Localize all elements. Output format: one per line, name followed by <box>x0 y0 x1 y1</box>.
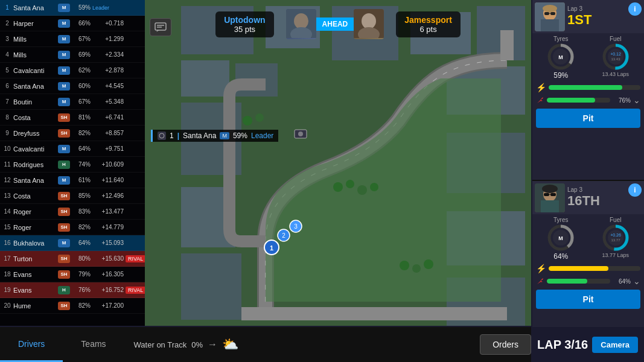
team-badge: M <box>58 66 70 75</box>
tyre-wear: 62% <box>71 67 91 74</box>
tyre-wear: 85% <box>71 192 91 199</box>
track-driver-name: Santa Ana <box>183 132 216 140</box>
weather-icon: ⛅ <box>222 337 238 352</box>
driver2-ers-bar <box>549 266 608 271</box>
tyre-wear: 82% <box>71 130 91 136</box>
standing-row[interactable]: 9 Dreyfuss SH 82% +8.857 <box>0 125 145 141</box>
standing-row[interactable]: 4 Mills M 69% +2.334 <box>0 47 145 63</box>
track-wear: 59% <box>233 132 247 140</box>
standing-row[interactable]: 16 Bukhalova M 64% +15.093 <box>0 235 145 251</box>
driver2-damage-row: 64% ⌄ <box>532 275 644 287</box>
svg-rect-4 <box>181 60 229 97</box>
team-badge: M <box>58 4 70 12</box>
driver-name: Turton <box>13 255 57 262</box>
driver2-ers-row: ⚡ <box>532 263 644 275</box>
standing-row[interactable]: 5 Cavalcanti M 62% +2.878 <box>0 63 145 78</box>
svg-rect-45 <box>541 19 559 31</box>
lap-display: LAP 3/16 Camera <box>531 327 644 362</box>
gap-time: +9.751 <box>91 145 124 152</box>
standing-row[interactable]: 8 Costa SH 81% +6.741 <box>0 110 145 125</box>
svg-point-22 <box>346 180 354 188</box>
standing-row[interactable]: 7 Boutin M 67% +5.348 <box>0 94 145 110</box>
driver2-stats: Tyres M 64% Fuel +0.26 13.77 1 <box>532 214 644 263</box>
gap-time: +11.640 <box>91 177 124 183</box>
standing-row[interactable]: 6 Santa Ana M 60% +4.545 <box>0 78 145 94</box>
position-number: 6 <box>1 83 13 89</box>
driver2-tyres-pct: 64% <box>536 252 586 261</box>
driver2-info-btn[interactable]: i <box>628 183 642 197</box>
driver1-chevron-icon[interactable]: ⌄ <box>633 95 640 105</box>
driver1-pit-button[interactable]: Pit <box>536 109 640 128</box>
driver1-card: Lap 3 1ST i Tyres M 59% Fuel <box>532 0 644 181</box>
standing-row[interactable]: 18 Evans SH 79% +16.305 <box>0 267 145 282</box>
driver2-pit-button[interactable]: Pit <box>536 290 640 309</box>
track-badge: M <box>220 132 229 139</box>
tyre-wear: 67% <box>71 98 91 105</box>
svg-text:M: M <box>559 235 564 241</box>
standing-row[interactable]: 20 Hume SH 82% +17.200 <box>0 298 145 314</box>
standing-row[interactable]: 1 Santa Ana M 59% Leader <box>0 0 145 16</box>
standing-row[interactable]: 19 Evans H 76% +16.752 RIVAL <box>0 282 145 298</box>
driver1-stats: Tyres M 59% Fuel +0.12 13.43 1 <box>532 33 644 82</box>
svg-point-65 <box>542 185 558 193</box>
standing-row[interactable]: 13 Costa SH 85% +12.496 <box>0 188 145 204</box>
position-number: 3 <box>1 36 13 42</box>
standing-row[interactable]: 17 Turton SH 80% +15.630 RIVAL <box>0 251 145 267</box>
standing-row[interactable]: 2 Harper M 66% +0.718 <box>0 16 145 31</box>
chat-button[interactable] <box>150 18 171 36</box>
svg-text:13.77: 13.77 <box>611 238 620 242</box>
standing-row[interactable]: 15 Roger SH 82% +14.779 <box>0 220 145 235</box>
driver1-ers-icon: ⚡ <box>536 83 546 92</box>
svg-point-72 <box>608 230 623 246</box>
standing-row[interactable]: 3 Mills M 67% +1.299 <box>0 31 145 47</box>
svg-rect-11 <box>181 253 241 320</box>
camera-button[interactable]: Camera <box>592 337 638 353</box>
driver2-tyres-block: Tyres M 64% <box>536 217 586 261</box>
position-number: 8 <box>1 114 13 121</box>
driver1-ers-bar <box>549 85 622 90</box>
lap-counter: LAP 3/16 <box>537 338 588 352</box>
svg-point-31 <box>298 132 303 136</box>
position-number: 4 <box>1 51 13 58</box>
position-number: 5 <box>1 67 13 74</box>
driver2-chevron-icon[interactable]: ⌄ <box>633 276 640 286</box>
driver2-wrench-icon <box>536 277 544 285</box>
orders-button[interactable]: Orders <box>480 334 531 355</box>
track-map[interactable]: 1 2 3 <box>145 0 531 326</box>
gap-time: +8.857 <box>91 130 124 136</box>
standing-row[interactable]: 12 Santa Ana M 61% +11.640 <box>0 173 145 188</box>
gap-time: +4.545 <box>91 83 124 89</box>
team-badge: M <box>58 176 70 185</box>
driver1-tyre-gauge: M <box>547 43 574 70</box>
standing-row[interactable]: 14 Roger SH 83% +13.477 <box>0 204 145 220</box>
standing-row[interactable]: 11 Rodrigues H 74% +10.609 <box>0 157 145 173</box>
svg-text:13.43: 13.43 <box>611 57 620 61</box>
driver2-damage-bar-bg <box>547 279 610 284</box>
svg-text:+0.12: +0.12 <box>610 52 621 56</box>
tab-teams[interactable]: Teams <box>63 327 124 362</box>
tyre-wear: 64% <box>71 145 91 152</box>
standings-panel: 1 Santa Ana M 59% Leader 2 Harper M 66% … <box>0 0 145 326</box>
driver-name: Roger <box>13 208 57 215</box>
leader-label: Leader <box>92 5 109 11</box>
driver1-info-btn[interactable]: i <box>628 2 642 16</box>
team-badge: SH <box>58 255 70 263</box>
position-number: 10 <box>1 145 13 152</box>
team-badge: SH <box>58 302 70 310</box>
svg-rect-2 <box>266 6 320 48</box>
driver1-fuel-laps: 13.43 Laps <box>591 71 641 77</box>
driver2-header: Lap 3 16TH i <box>532 181 644 214</box>
svg-point-24 <box>370 183 378 191</box>
driver2-fuel-title: Fuel <box>591 217 641 223</box>
gap-time: +2.334 <box>91 51 124 58</box>
tyre-wear: 80% <box>71 255 91 262</box>
svg-point-56 <box>608 49 623 65</box>
standing-row[interactable]: 10 Cavalcanti M 64% +9.751 <box>0 141 145 157</box>
track-separator: | <box>177 132 179 140</box>
driver-name: Mills <box>13 51 57 59</box>
position-number: 14 <box>1 208 13 215</box>
driver-name: Boutin <box>13 98 57 106</box>
tab-drivers[interactable]: Drivers <box>0 327 63 362</box>
gap-time: +17.200 <box>91 302 124 309</box>
driver1-header: Lap 3 1ST i <box>532 0 644 33</box>
